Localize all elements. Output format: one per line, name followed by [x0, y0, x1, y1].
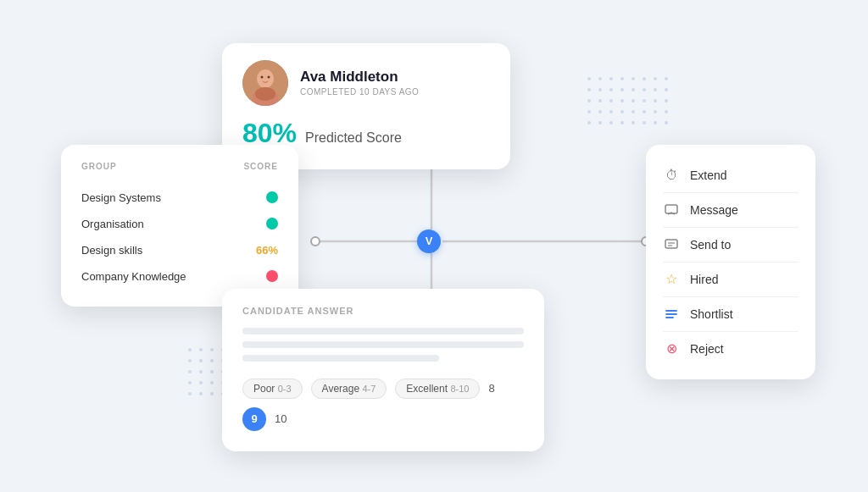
- avg-range: 4-7: [362, 384, 376, 394]
- score-item-organisation: Organisation: [81, 211, 278, 237]
- score-dot-design-systems: [266, 191, 278, 203]
- svg-point-17: [261, 75, 264, 78]
- svg-point-16: [259, 72, 272, 86]
- exc-label: Excellent: [406, 383, 448, 395]
- score-item-design-systems: Design Systems: [81, 185, 278, 211]
- svg-point-18: [268, 75, 270, 78]
- score-header: SCORE: [243, 162, 278, 171]
- action-hired[interactable]: ☆ Hired: [663, 263, 798, 297]
- predicted-score-pct: 80%: [242, 118, 297, 149]
- score-label-organisation: Organisation: [81, 218, 144, 230]
- answer-card-title: CANDIDATE ANSWER: [242, 306, 524, 316]
- svg-point-7: [311, 237, 320, 246]
- rating-excellent: Excellent 8-10: [395, 379, 480, 399]
- decorative-dots-top-right: [587, 77, 671, 128]
- answer-line-1: [242, 328, 524, 334]
- svg-rect-21: [665, 240, 677, 248]
- candidate-name: Ava Middleton: [300, 69, 419, 86]
- score-item-company-knowledge: Company Knowledge: [81, 263, 278, 290]
- action-extend[interactable]: ⏱ Extend: [663, 158, 798, 193]
- predicted-score-label: Predicted Score: [305, 130, 402, 146]
- hired-label: Hired: [690, 273, 718, 286]
- actions-card: ⏱ Extend Message Send to ☆ Hired Shortli…: [646, 145, 815, 379]
- score-label-design-skills: Design skills: [81, 244, 142, 257]
- hired-icon: ☆: [663, 271, 680, 288]
- main-scene: V Ava Middleton COMPLETED 10 DAYS AG: [53, 26, 815, 467]
- score-label-design-systems: Design Systems: [81, 191, 161, 204]
- score-dot-organisation: [266, 218, 278, 229]
- score-item-design-skills: Design skills 66%: [81, 237, 278, 263]
- answer-line-3: [242, 355, 439, 362]
- answer-card: CANDIDATE ANSWER Poor 0-3 Average 4-7 Ex…: [222, 289, 544, 451]
- poor-label: Poor: [253, 383, 275, 395]
- shortlist-label: Shortlist: [690, 307, 733, 321]
- rating-average: Average 4-7: [311, 379, 387, 399]
- action-shortlist[interactable]: Shortlist: [663, 297, 798, 332]
- extend-label: Extend: [690, 169, 727, 182]
- candidate-avatar: [242, 60, 288, 106]
- score-card: GROUP SCORE Design Systems Organisation …: [61, 145, 298, 307]
- rating-num-10: 10: [275, 412, 287, 425]
- reject-label: Reject: [690, 342, 724, 356]
- rating-row: Poor 0-3 Average 4-7 Excellent 8-10 8 9 …: [242, 379, 524, 431]
- send-to-label: Send to: [690, 238, 731, 252]
- reject-icon: ⊗: [663, 340, 680, 357]
- action-send-to[interactable]: Send to: [663, 228, 798, 263]
- score-label-company-knowledge: Company Knowledge: [81, 270, 186, 283]
- score-pct-design-skills: 66%: [256, 244, 278, 257]
- send-to-icon: [663, 236, 680, 253]
- rating-num-9-highlighted: 9: [242, 407, 266, 431]
- poor-range: 0-3: [278, 384, 292, 394]
- message-icon: [663, 202, 680, 218]
- exc-range: 8-10: [450, 384, 469, 394]
- extend-icon: ⏱: [663, 167, 680, 184]
- rating-num-8: 8: [488, 382, 494, 395]
- score-dot-company-knowledge: [266, 270, 278, 282]
- rating-poor: Poor 0-3: [242, 379, 303, 399]
- candidate-info: Ava Middleton COMPLETED 10 DAYS AGO: [300, 69, 419, 97]
- shortlist-icon: [663, 306, 680, 323]
- answer-line-2: [242, 341, 524, 348]
- v-badge: V: [417, 229, 441, 253]
- candidate-completed: COMPLETED 10 DAYS AGO: [300, 87, 419, 97]
- score-card-header: GROUP SCORE: [81, 162, 278, 171]
- message-label: Message: [690, 203, 738, 217]
- group-header: GROUP: [81, 162, 117, 171]
- predicted-score-row: 80% Predicted Score: [242, 118, 490, 149]
- svg-point-19: [255, 87, 275, 101]
- answer-lines: [242, 328, 524, 362]
- action-message[interactable]: Message: [663, 193, 798, 228]
- avg-label: Average: [322, 383, 359, 395]
- action-reject[interactable]: ⊗ Reject: [663, 332, 798, 366]
